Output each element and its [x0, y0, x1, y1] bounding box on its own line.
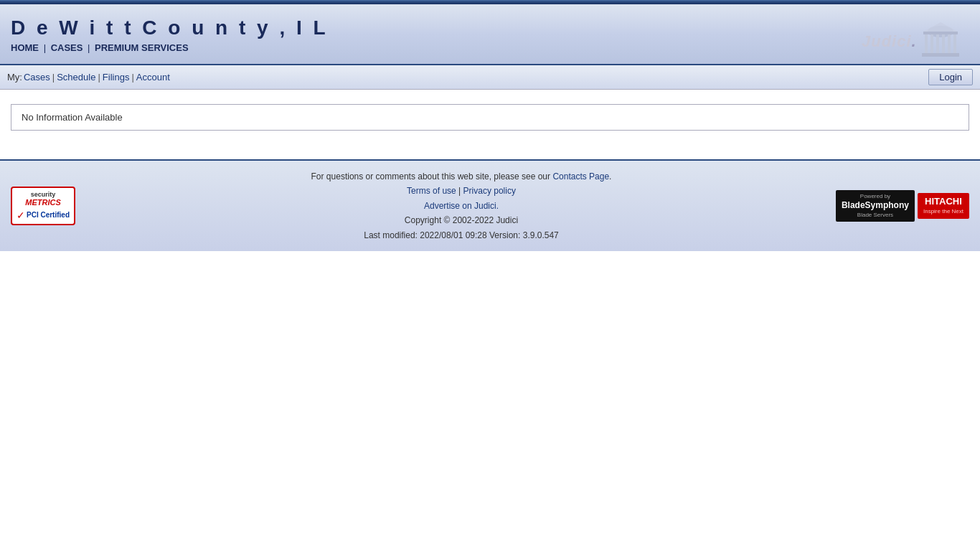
footer-question-text: For questions or comments about this web… [311, 171, 551, 182]
site-header: D e W i t t C o u n t y , I L HOME | CAS… [0, 4, 980, 65]
powered-by-label: Powered by [842, 193, 909, 200]
security-metrics-badge: security METRICS ✓ PCI Certified [11, 187, 75, 226]
footer-center: For questions or comments about this web… [97, 169, 826, 242]
security-top-label: security [17, 191, 70, 199]
header-nav: HOME | CASES | PREMIUM SERVICES [11, 42, 329, 53]
hitachi-name-label: HITACHI [923, 196, 963, 208]
my-sep-1: | [52, 72, 55, 83]
svg-marker-9 [923, 22, 958, 32]
my-account-link[interactable]: Account [136, 72, 170, 83]
judici-building-icon [919, 19, 962, 58]
svg-rect-1 [925, 33, 928, 55]
contacts-page-link[interactable]: Contacts Page [552, 171, 609, 182]
hitachi-sub-label: Inspire the Next [923, 208, 963, 215]
nav-premium-link[interactable]: PREMIUM SERVICES [95, 42, 189, 53]
my-label: My: [7, 72, 22, 83]
my-nav-left: My: Cases | Schedule | Filings | Account [7, 72, 170, 83]
site-title: D e W i t t C o u n t y , I L [11, 17, 329, 39]
svg-rect-8 [923, 32, 958, 34]
my-sep-2: | [98, 72, 100, 83]
svg-rect-2 [930, 33, 933, 55]
pci-line: ✓ PCI Certified [17, 209, 70, 222]
check-icon: ✓ [17, 209, 25, 222]
footer-lastmodified-line: Last modified: 2022/08/01 09:28 Version:… [97, 228, 826, 242]
judici-logo: Judici. [862, 11, 969, 58]
blade-sub-label: Blade Servers [842, 212, 909, 219]
my-cases-link[interactable]: Cases [24, 72, 50, 83]
privacy-link[interactable]: Privacy policy [463, 186, 516, 196]
my-schedule-link[interactable]: Schedule [57, 72, 95, 83]
nav-sep-1: | [44, 42, 49, 53]
terms-link[interactable]: Terms of use [407, 186, 456, 196]
judici-wordmark: Judici. [862, 32, 917, 51]
svg-rect-4 [942, 33, 945, 55]
main-content: No Information Available [0, 90, 980, 145]
judici-logo-container: Judici. [862, 11, 969, 58]
footer-right: Powered by BladeSymphony Blade Servers H… [826, 190, 969, 222]
footer-copyright-line: Copyright © 2002-2022 Judici [97, 213, 826, 227]
svg-rect-5 [948, 33, 951, 55]
my-filings-link[interactable]: Filings [103, 72, 130, 83]
footer-left: security METRICS ✓ PCI Certified [11, 187, 97, 226]
svg-rect-7 [922, 53, 959, 57]
no-info-message: No Information Available [22, 112, 123, 123]
footer-question-line: For questions or comments about this web… [97, 169, 826, 184]
blade-symphony-badge: Powered by BladeSymphony Blade Servers [836, 190, 915, 222]
footer-advertise-line: Advertise on Judici. [97, 199, 826, 213]
blade-symphony-name: BladeSymphony [842, 200, 909, 212]
advertise-link[interactable]: Advertise on Judici. [424, 201, 499, 211]
svg-rect-6 [953, 33, 956, 55]
svg-rect-3 [936, 33, 939, 55]
hitachi-badge: HITACHI Inspire the Next [918, 193, 969, 218]
login-button[interactable]: Login [928, 69, 973, 85]
footer-links-line: Terms of use | Privacy policy [97, 184, 826, 198]
pci-certified-label: PCI Certified [27, 211, 70, 220]
nav-sep-2: | [88, 42, 93, 53]
nav-cases-link[interactable]: CASES [51, 42, 83, 53]
site-footer: security METRICS ✓ PCI Certified For que… [0, 159, 980, 251]
nav-home-link[interactable]: HOME [11, 42, 39, 53]
security-metrics-label: METRICS [17, 198, 70, 207]
my-sep-3: | [131, 72, 133, 83]
my-nav-bar: My: Cases | Schedule | Filings | Account… [0, 65, 980, 90]
header-left: D e W i t t C o u n t y , I L HOME | CAS… [11, 17, 329, 53]
no-info-box: No Information Available [11, 104, 969, 131]
